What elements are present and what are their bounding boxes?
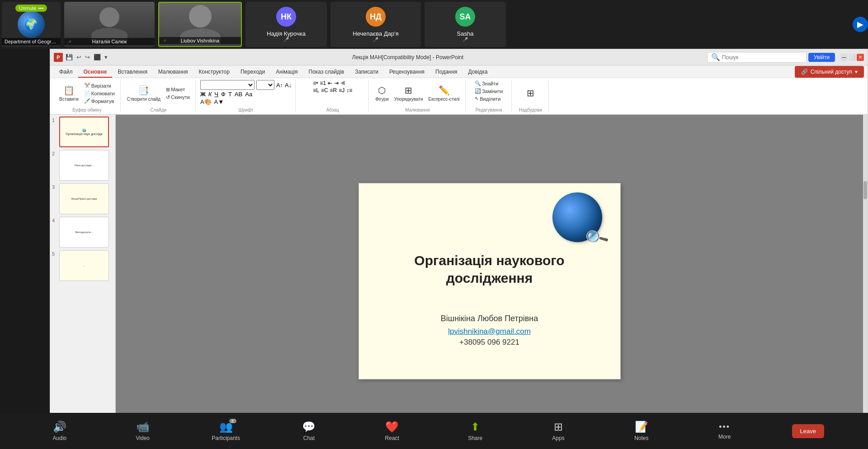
taskbar-more[interactable]: ••• More [709, 422, 741, 440]
format-painter-button[interactable]: 🖌️ Форматув [82, 98, 117, 104]
copy-button[interactable]: 📄 Копіювати [82, 90, 117, 97]
shadow-button[interactable]: Т [228, 91, 232, 98]
slide-thumb-1[interactable]: 1 🌍Організація наук дослідж [52, 117, 113, 147]
tab-slideshow[interactable]: Показ слайдів [303, 67, 350, 78]
share-arrow: ▾ [855, 69, 858, 75]
addins-button[interactable]: ⊞ [523, 87, 538, 100]
tab-animations[interactable]: Анімація [270, 67, 303, 78]
cut-icon: ✂️ [84, 83, 90, 89]
taskbar-chat[interactable]: 💬 Chat [293, 421, 325, 441]
font-size-select[interactable] [256, 80, 274, 90]
line-spacing-button[interactable]: ↕≡ [346, 87, 352, 94]
participant-thumb-nadia[interactable]: НК Надія Курочка 🎤 [245, 2, 327, 47]
scroll-thumb[interactable] [863, 181, 867, 199]
underline-button[interactable]: Ч [214, 91, 218, 98]
ribbon-group-paragraph: ≡• ≡1 ⇤ ⇥ ⫷ ≡L ≡C ≡R ≡J ↕≡ Абзац [297, 80, 369, 112]
customize-btn[interactable]: ⬛ [94, 54, 101, 61]
paste-button[interactable]: 📋 Вставити [57, 84, 80, 103]
italic-button[interactable]: К [208, 91, 212, 98]
undo-btn[interactable]: ↩ [76, 54, 81, 61]
highlight-button[interactable]: A▼ [214, 98, 224, 105]
taskbar-notes[interactable]: 📝 Notes [626, 421, 657, 441]
tab-transitions[interactable]: Переходи [235, 67, 270, 78]
indent-increase-button[interactable]: ⇥ [334, 80, 339, 86]
quick-styles-button[interactable]: ✏️ Експресс-стилі [427, 84, 462, 103]
share-button[interactable]: 🔗 Спільний доступ ▾ [795, 66, 864, 78]
bullets-button[interactable]: ≡• [313, 80, 318, 86]
tab-file[interactable]: Файл [54, 67, 78, 78]
new-slide-button[interactable]: 📑 Створити слайд [125, 84, 162, 103]
taskbar-react[interactable]: ❤️ React [376, 421, 408, 441]
slide-panel[interactable]: 1 🌍Організація наук дослідж 2 Рівні досл… [50, 115, 116, 447]
restore-button[interactable]: ⬜ [849, 54, 856, 61]
taskbar-participants[interactable]: 👥 8 Participants [210, 421, 242, 441]
scrollbar-vertical[interactable] [863, 115, 868, 447]
participant-thumb-natalia[interactable]: 🎤 Наталія Салюк [64, 2, 155, 47]
nav-next-button[interactable]: ▶ [853, 17, 868, 32]
bold-button[interactable]: Ж [200, 91, 206, 98]
slide-thumb-4[interactable]: 4 Методологія... [52, 217, 113, 248]
taskbar-share[interactable]: ⬆ Share [459, 421, 491, 441]
slide-thumb-3[interactable]: 3 Фунд/Прикл дослідж [52, 183, 113, 214]
tab-review[interactable]: Рецензування [384, 67, 430, 78]
replace-button[interactable]: 🔄 Замінити [473, 88, 505, 94]
tab-design[interactable]: Конструктор [193, 67, 235, 78]
unmute-button[interactable]: Unmute ••• [15, 5, 47, 12]
more-dots-icon[interactable]: ••• [38, 5, 43, 11]
select-button[interactable]: ↖ Виділити [473, 95, 502, 102]
columns-button[interactable]: ⫷ [340, 80, 346, 86]
font-family-select[interactable] [200, 80, 255, 90]
redo-btn[interactable]: ↪ [85, 54, 90, 61]
format-painter-label: Форматув [91, 98, 114, 104]
slide-img-1: 🌍Організація наук дослідж [59, 117, 109, 147]
strikethrough-button[interactable]: Ф [221, 91, 226, 98]
taskbar-video[interactable]: 📹 Video [127, 421, 159, 441]
login-button[interactable]: Увійти [808, 53, 835, 62]
align-right-button[interactable]: ≡R [330, 87, 337, 94]
align-center-button[interactable]: ≡C [321, 87, 328, 94]
leave-button[interactable]: Leave [792, 424, 824, 438]
font-grow-button[interactable]: A↑ [276, 82, 283, 89]
cut-button[interactable]: ✂️ Вирізати [82, 82, 117, 89]
save-quick-btn[interactable]: 💾 [66, 54, 73, 61]
numbering-button[interactable]: ≡1 [320, 80, 326, 86]
justify-button[interactable]: ≡J [339, 87, 344, 94]
tab-insert[interactable]: Вставлення [112, 67, 153, 78]
participant-thumb-globe[interactable]: 🌍 Unmute ••• Department of Geography, Me… [2, 2, 61, 47]
search-box[interactable]: 🔍 [707, 52, 807, 63]
avatar-nechep: НД [366, 7, 386, 27]
taskbar-apps[interactable]: ⊞ Apps [542, 421, 574, 441]
dropdown-arrow[interactable]: ▾ [104, 54, 108, 61]
close-button[interactable]: ✕ [857, 54, 864, 61]
slide-thumb-2[interactable]: 2 Рівні дослідж... [52, 150, 113, 181]
ribbon: Файл Основне Вставлення Малювання Констр… [50, 65, 868, 115]
case-button[interactable]: Аа [245, 91, 252, 98]
font-color-button[interactable]: А🎨 [200, 98, 212, 105]
slide-thumb-5[interactable]: 5 ... [52, 250, 113, 281]
shapes-button[interactable]: ⬡ Фігури [373, 84, 391, 103]
search-input[interactable] [722, 54, 802, 61]
align-left-button[interactable]: ≡L [313, 87, 319, 94]
arrange-button[interactable]: ⊞ Упорядкувати [392, 84, 425, 103]
tab-record[interactable]: Записати [349, 67, 384, 78]
slide-img-5: ... [59, 250, 109, 281]
tab-draw[interactable]: Малювання [153, 67, 193, 78]
taskbar-audio[interactable]: 🔊 Audio [44, 421, 75, 441]
font-shrink-button[interactable]: A↓ [285, 82, 292, 89]
tab-home[interactable]: Основне [78, 67, 113, 78]
charspace-button[interactable]: АВ [235, 91, 242, 98]
canvas-area[interactable]: 🔍 Організація наукового дослідження Вішн… [116, 115, 863, 447]
minimize-button[interactable]: — [840, 54, 848, 61]
participant-thumb-sasha[interactable]: SA Sasha 🎤 [425, 2, 506, 47]
participant-thumb-liubov[interactable]: 🎤 Liubov Vishnikina [158, 2, 242, 47]
reset-button[interactable]: ↺ Скинути [164, 94, 192, 101]
paragraph-group-label: Абзац [326, 107, 339, 112]
layout-button[interactable]: ⊞ Макет [164, 86, 192, 93]
replace-label: Замінити [482, 89, 503, 94]
find-button[interactable]: 🔍 Знайти [473, 80, 500, 87]
indent-decrease-button[interactable]: ⇤ [328, 80, 332, 86]
video-icon: 📹 [136, 421, 150, 433]
tab-view[interactable]: Подання [430, 67, 462, 78]
participant-thumb-nechep[interactable]: НД Нечепаєва Дар'я 🎤 [330, 2, 421, 47]
tab-help[interactable]: Довідка [463, 67, 493, 78]
